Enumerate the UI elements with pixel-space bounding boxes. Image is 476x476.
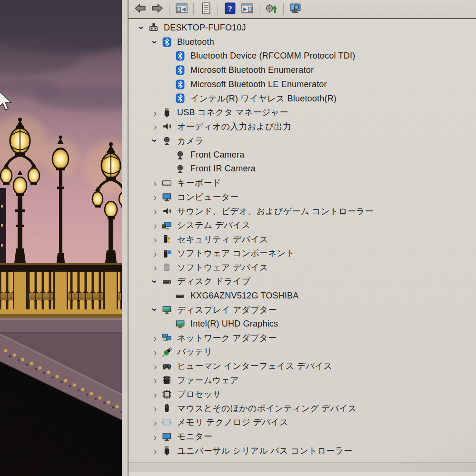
chevron-collapsed-icon[interactable]: › xyxy=(149,220,162,230)
chevron-collapsed-icon[interactable]: › xyxy=(149,403,162,413)
tree-item-label: DESKTOP-FUFO10J xyxy=(163,23,246,33)
toolbar-separator xyxy=(169,3,169,15)
tree-item-intel-wireless-bluetooth[interactable]: インテル(R) ワイヤレス Bluetooth(R) xyxy=(129,91,476,106)
chevron-collapsed-icon[interactable]: › xyxy=(149,178,162,188)
chevron-expanded-icon[interactable]: › xyxy=(149,136,162,146)
tree-item-usb-controllers[interactable]: ›ユニバーサル シリアル バス コントローラー xyxy=(129,444,476,458)
tree-item-bluetooth-device-rfcomm-tdi[interactable]: Bluetooth Device (RFCOMM Protocol TDI) xyxy=(129,49,476,63)
bluetooth-icon xyxy=(175,93,189,103)
chevron-expanded-icon[interactable]: › xyxy=(149,305,162,315)
chevron-collapsed-icon[interactable]: › xyxy=(149,432,162,442)
tree-item-label: ソフトウェア デバイス xyxy=(176,262,268,273)
tree-item-memory-technology-devices[interactable]: ›メモリ テクノロジ デバイス xyxy=(129,416,476,430)
tree-item-label: セキュリティ デバイス xyxy=(176,234,268,245)
tree-item-processors[interactable]: ›プロセッサ xyxy=(129,387,476,401)
tree-item-microsoft-bluetooth-le-enumerator[interactable]: Microsoft Bluetooth LE Enumerator xyxy=(129,77,476,91)
tree-item-label: メモリ テクノロジ デバイス xyxy=(176,416,288,428)
chevron-expanded-icon[interactable]: › xyxy=(135,23,149,33)
tree-item-intel-uhd-graphics[interactable]: Intel(R) UHD Graphics xyxy=(129,317,476,331)
tree-item-keyboards[interactable]: ›キーボード xyxy=(129,176,476,190)
chevron-collapsed-icon[interactable]: › xyxy=(149,248,162,258)
tree-item-front-ir-camera[interactable]: Front IR Camera xyxy=(129,162,476,176)
speaker-icon xyxy=(162,121,176,131)
chevron-collapsed-icon[interactable]: › xyxy=(149,347,162,357)
chevron-expanded-icon[interactable]: › xyxy=(149,37,162,47)
tree-item-batteries[interactable]: ›バッテリ xyxy=(129,345,476,359)
tree-item-label: ファームウェア xyxy=(176,375,239,386)
tree-item-label: サウンド、ビデオ、およびゲーム コントローラー xyxy=(176,206,374,217)
battery-icon xyxy=(162,347,176,357)
camera-icon xyxy=(175,150,189,160)
tree-item-desktop-fufo10j[interactable]: ›DESKTOP-FUFO10J xyxy=(129,21,476,35)
tree-item-network-adapters[interactable]: ›ネットワーク アダプター xyxy=(129,331,476,345)
chevron-collapsed-icon[interactable]: › xyxy=(149,121,162,131)
tree-item-system-devices[interactable]: ›システム デバイス xyxy=(129,218,476,232)
tree-item-mice-pointing-devices[interactable]: ›マウスとそのほかのポインティング デバイス xyxy=(129,401,476,416)
tree-item-front-camera[interactable]: Front Camera xyxy=(129,148,476,162)
tree-item-disk-drives[interactable]: ›ディスク ドライブ xyxy=(129,275,476,289)
tree-item-label: Microsoft Bluetooth Enumerator xyxy=(189,65,314,75)
show-console-tree-button[interactable] xyxy=(173,1,190,17)
tree-item-security-devices[interactable]: ›セキュリティ デバイス xyxy=(129,232,476,247)
tree-item-label: Front IR Camera xyxy=(189,164,256,174)
firmware-icon xyxy=(162,375,176,385)
keyboard-icon xyxy=(162,178,176,188)
tree-item-microsoft-bluetooth-enumerator[interactable]: Microsoft Bluetooth Enumerator xyxy=(129,63,476,78)
tree-item-label: マウスとそのほかのポインティング デバイス xyxy=(176,403,357,414)
svg-text:?: ? xyxy=(228,3,232,13)
chevron-collapsed-icon[interactable]: › xyxy=(149,192,162,202)
window-bottom-edge xyxy=(129,462,476,476)
help-button[interactable]: ? xyxy=(221,1,238,17)
forward-button[interactable] xyxy=(149,1,166,17)
tree-item-label: Bluetooth xyxy=(176,37,214,47)
tree-item-cameras[interactable]: ›カメラ xyxy=(129,134,476,148)
tree-item-bluetooth[interactable]: ›Bluetooth xyxy=(129,35,476,50)
chevron-collapsed-icon[interactable]: › xyxy=(149,108,162,118)
tree-item-sound-video-game-controllers[interactable]: ›サウンド、ビデオ、およびゲーム コントローラー xyxy=(129,204,476,218)
tree-item-software-devices[interactable]: ›ソフトウェア デバイス xyxy=(129,260,476,275)
chevron-collapsed-icon[interactable]: › xyxy=(149,206,162,216)
tree-item-label: プロセッサ xyxy=(176,388,221,400)
scan-hardware-icon xyxy=(265,2,278,17)
chevron-expanded-icon[interactable]: › xyxy=(149,277,162,287)
chevron-collapsed-icon[interactable]: › xyxy=(149,375,162,385)
tree-item-computer[interactable]: ›コンピューター xyxy=(129,190,476,204)
back-button[interactable] xyxy=(131,1,149,17)
properties-button[interactable] xyxy=(197,1,214,17)
tree-item-software-components[interactable]: ›ソフトウェア コンポーネント xyxy=(129,247,476,261)
usb-icon xyxy=(162,108,176,118)
chevron-collapsed-icon[interactable]: › xyxy=(149,262,162,272)
tree-item-label: ユニバーサル シリアル バス コントローラー xyxy=(176,445,352,456)
chevron-collapsed-icon[interactable]: › xyxy=(149,417,162,427)
camera-icon xyxy=(175,164,189,174)
disk-drive-icon xyxy=(162,277,176,287)
tree-item-usb-connector-manager[interactable]: ›USB コネクタ マネージャー xyxy=(129,106,476,120)
tree-item-audio-inputs-outputs[interactable]: ›オーディオの入力および出力 xyxy=(129,119,476,134)
monitor-icon xyxy=(162,432,176,442)
chevron-collapsed-icon[interactable]: › xyxy=(149,361,162,371)
usb-icon xyxy=(162,446,176,456)
display-adapter-icon xyxy=(162,305,176,315)
chevron-collapsed-icon[interactable]: › xyxy=(149,446,162,456)
tree-item-monitors[interactable]: ›モニター xyxy=(129,429,476,444)
tree-item-display-adapters[interactable]: ›ディスプレイ アダプター xyxy=(129,303,476,317)
computer-icon xyxy=(149,23,163,33)
scan-hardware-changes-button[interactable] xyxy=(263,1,280,17)
tree-item-kxg6aznv512g-toshiba[interactable]: KXG6AZNV512G TOSHIBA xyxy=(129,288,476,303)
action-pane-icon xyxy=(241,2,254,17)
tree-item-label: バッテリ xyxy=(176,346,213,357)
memory-icon xyxy=(162,417,176,427)
tree-item-label: キーボード xyxy=(176,177,221,188)
show-action-pane-button[interactable] xyxy=(238,1,256,17)
device-search-button[interactable] xyxy=(287,1,304,17)
tree-item-label: Bluetooth Device (RFCOMM Protocol TDI) xyxy=(189,51,355,61)
chevron-collapsed-icon[interactable]: › xyxy=(149,333,162,343)
arrow-right-icon xyxy=(151,2,164,17)
tree-item-human-interface-devices[interactable]: ›ヒューマン インターフェイス デバイス xyxy=(129,359,476,373)
toolbar-separator xyxy=(283,3,284,15)
chevron-collapsed-icon[interactable]: › xyxy=(149,234,162,244)
tree-item-firmware[interactable]: ›ファームウェア xyxy=(129,373,476,387)
tree-item-label: オーディオの入力および出力 xyxy=(176,121,291,132)
chevron-collapsed-icon[interactable]: › xyxy=(149,389,162,399)
console-panel: ? ›DESKTOP-FUFO10J›BluetoothBluetooth De… xyxy=(128,0,476,476)
